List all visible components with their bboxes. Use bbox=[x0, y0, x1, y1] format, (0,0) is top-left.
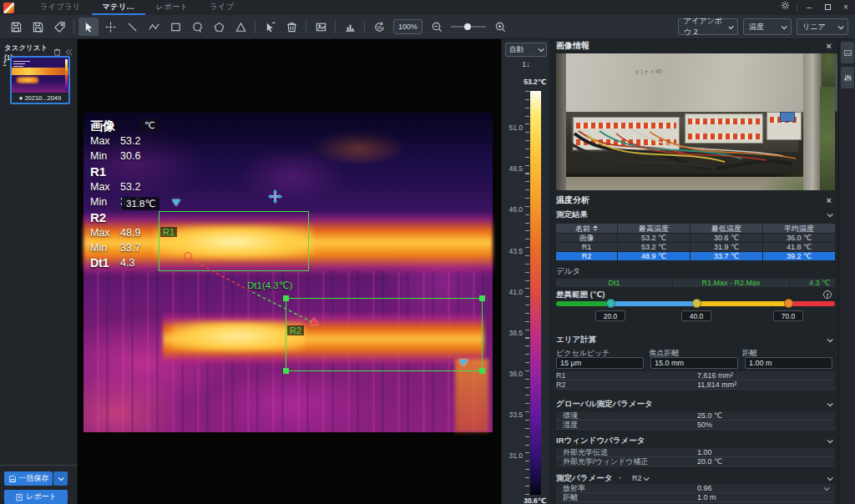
param-row-ext-optics: 外部光学伝送 1.00 bbox=[556, 448, 835, 457]
report-icon bbox=[15, 493, 23, 501]
roi-handle[interactable] bbox=[479, 368, 485, 374]
polyline-tool-icon[interactable] bbox=[144, 18, 164, 36]
thermal-image[interactable]: 画像 Max53.2 Min30.6 R1 Max53.2 Min31.9 R2… bbox=[83, 113, 493, 432]
close-button[interactable]: × bbox=[837, 0, 855, 15]
image-info-title: 画像情報 bbox=[556, 40, 589, 52]
tab-report[interactable]: レポート bbox=[145, 0, 200, 15]
range-handle-low[interactable] bbox=[606, 299, 615, 308]
scale-mode-dropdown[interactable]: リニア bbox=[797, 18, 848, 35]
scale-mode-value: リニア bbox=[802, 22, 826, 33]
cursor-temperature-tooltip: 31.8℃ bbox=[122, 197, 159, 210]
pixel-pitch-input[interactable]: 15 μm bbox=[556, 357, 644, 369]
results-table-header[interactable]: 名前 最高温度 最低温度 平均温度 bbox=[556, 224, 835, 234]
zoom-slider[interactable] bbox=[451, 26, 486, 28]
close-image-info-icon[interactable]: × bbox=[827, 42, 832, 50]
tab-material[interactable]: マテリ... bbox=[92, 0, 145, 15]
maximize-button[interactable] bbox=[818, 0, 837, 15]
roi-handle[interactable] bbox=[283, 295, 289, 301]
settings-gear-icon[interactable] bbox=[776, 0, 794, 15]
roi-handle[interactable] bbox=[479, 295, 485, 301]
panel-scrollbar[interactable] bbox=[835, 53, 837, 112]
palette-dropdown[interactable]: アイアンボウ 2 bbox=[678, 18, 738, 35]
analysis-toggle-icon[interactable] bbox=[841, 67, 854, 88]
rotate-90-icon[interactable]: 90 bbox=[369, 18, 389, 36]
overlay-r1-title: R1 bbox=[90, 164, 140, 179]
zoom-level-value[interactable]: 100% bbox=[393, 19, 422, 34]
task-thumbnail-image bbox=[12, 58, 68, 93]
visible-light-photo[interactable]: 0コトイ4D bbox=[556, 53, 835, 190]
param-row-humidity: 湿度 50% bbox=[556, 421, 835, 430]
distance-input[interactable]: 1.00 m bbox=[745, 357, 832, 369]
toolbar: 90 100% アイアンボウ 2 温度 リニア bbox=[0, 15, 855, 39]
measure-mode-dropdown[interactable]: 温度 bbox=[743, 18, 792, 35]
triangle-tool-icon[interactable] bbox=[230, 18, 250, 36]
delete-icon[interactable] bbox=[281, 18, 301, 36]
select-tool-icon[interactable] bbox=[78, 18, 99, 36]
overlay-statistics: 画像 Max53.2 Min30.6 R1 Max53.2 Min31.9 R2… bbox=[90, 118, 140, 271]
range-section-title: 差異範囲 (℃) bbox=[556, 290, 605, 300]
close-temp-analysis-icon[interactable]: × bbox=[827, 196, 832, 204]
global-params-header[interactable]: グローバル測定パラメータ bbox=[549, 398, 838, 410]
range-handle-high[interactable] bbox=[784, 299, 793, 308]
range-slider[interactable] bbox=[556, 301, 835, 306]
scale-sort-icon[interactable]: 1↓ bbox=[517, 60, 535, 72]
image-info-toggle-icon[interactable] bbox=[841, 42, 854, 63]
right-panel: 画像情報 × 0コトイ4D bbox=[549, 39, 838, 504]
scale-mode-dropdown[interactable]: 自動 bbox=[505, 43, 547, 57]
delta-row[interactable]: Dt1 R1.Max - R2.Max 4.3 ℃ bbox=[556, 279, 835, 288]
tab-library[interactable]: ライブラリ bbox=[29, 0, 92, 15]
chevron-down-icon bbox=[782, 23, 787, 29]
palette-value: アイアンボウ 2 bbox=[684, 16, 722, 38]
deselect-tool-icon[interactable] bbox=[260, 18, 280, 36]
polygon-tool-icon[interactable] bbox=[209, 18, 229, 36]
table-row-r2-selected[interactable]: R2 48.9 ℃ 33.7 ℃ 39.2 ℃ bbox=[556, 252, 835, 261]
r2-min-marker bbox=[459, 360, 468, 366]
move-cursor-icon bbox=[268, 189, 282, 204]
range-value-high[interactable]: 70.0 bbox=[773, 310, 803, 321]
area-calc-title: エリア計算 bbox=[556, 335, 596, 345]
batch-save-dropdown[interactable] bbox=[53, 471, 68, 486]
ir-window-header[interactable]: IRウィンドウパラメータ bbox=[549, 435, 838, 446]
task-thumbnail[interactable]: ● 20210...2049 bbox=[10, 56, 70, 104]
zoom-in-icon[interactable] bbox=[490, 18, 510, 36]
zoom-slider-handle[interactable] bbox=[464, 23, 471, 30]
save-icon[interactable] bbox=[6, 18, 26, 36]
chevron-down-icon bbox=[827, 437, 833, 443]
report-button[interactable]: レポート bbox=[4, 490, 68, 504]
image-canvas: 画像 Max53.2 Min30.6 R1 Max53.2 Min31.9 R2… bbox=[78, 39, 501, 504]
focal-length-input[interactable]: 15.0 mm bbox=[650, 357, 738, 369]
histogram-icon[interactable] bbox=[340, 18, 360, 36]
sort-icon bbox=[593, 225, 598, 231]
range-handle-mid[interactable] bbox=[692, 299, 701, 308]
chevron-down-icon bbox=[827, 336, 833, 342]
chevron-down-icon bbox=[827, 211, 833, 217]
tab-live[interactable]: ライブ bbox=[199, 0, 245, 15]
tag-icon[interactable] bbox=[49, 18, 69, 36]
circle-tool-icon[interactable] bbox=[187, 18, 207, 36]
range-value-low[interactable]: 20.0 bbox=[595, 310, 625, 321]
save-as-icon[interactable] bbox=[28, 18, 48, 36]
color-scale-gradient[interactable] bbox=[530, 91, 541, 495]
range-value-mid[interactable]: 40.0 bbox=[681, 310, 711, 321]
table-row-image[interactable]: 画像 53.2 ℃ 30.6 ℃ 36.0 ℃ bbox=[556, 234, 835, 243]
zoom-out-icon[interactable] bbox=[427, 18, 447, 36]
measure-params-header[interactable]: 測定パラメータ ・ R2 bbox=[549, 472, 838, 484]
spot-tool-icon[interactable] bbox=[100, 18, 120, 36]
batch-save-button[interactable]: 一括保存 bbox=[4, 471, 53, 486]
table-row-r1[interactable]: R1 53.2 ℃ 31.9 ℃ 41.8 ℃ bbox=[556, 243, 835, 252]
toolbar-dropdowns: アイアンボウ 2 温度 リニア bbox=[673, 18, 848, 35]
roi-r1-rectangle[interactable]: R1 bbox=[159, 211, 309, 271]
image-view-icon[interactable] bbox=[311, 18, 331, 36]
line-tool-icon[interactable] bbox=[122, 18, 142, 36]
chevron-down-icon bbox=[838, 23, 844, 29]
roi-handle[interactable] bbox=[283, 368, 289, 374]
rectangle-tool-icon[interactable] bbox=[165, 18, 185, 36]
temperature-scale-panel: 自動 1↓ 53.2℃ 51.0 48.5 46.0 43.5 41.0 38.… bbox=[501, 39, 549, 504]
measure-target-dropdown[interactable]: R2 bbox=[632, 474, 648, 482]
roi-r2-rectangle[interactable]: R2 bbox=[286, 298, 483, 371]
results-section-header[interactable]: 測定結果 bbox=[549, 209, 838, 220]
area-calc-header[interactable]: エリア計算 bbox=[549, 334, 838, 345]
param-row-emissivity[interactable]: 放射率 0.96 bbox=[556, 484, 835, 493]
minimize-button[interactable]: – bbox=[800, 0, 818, 15]
info-icon[interactable]: i bbox=[823, 290, 832, 299]
